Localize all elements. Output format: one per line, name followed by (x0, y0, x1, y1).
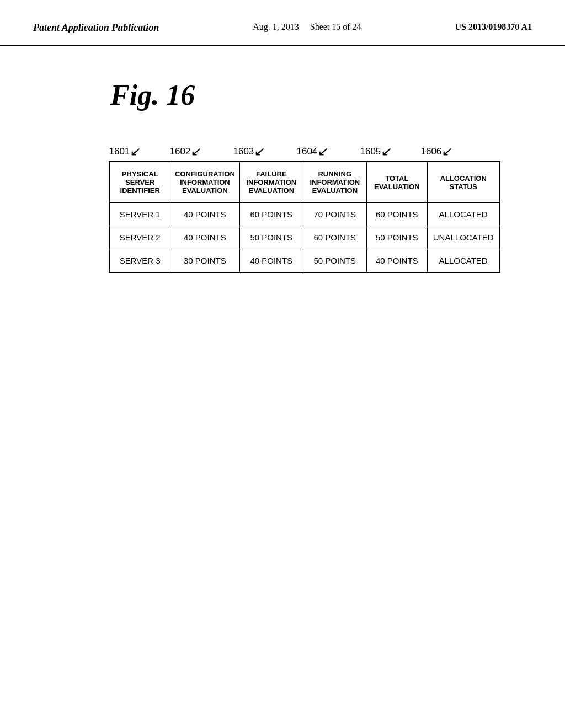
ref-label-1601: 1601↙ (109, 144, 169, 159)
publication-title: Patent Application Publication (33, 22, 159, 34)
server-1-running: 70 POINTS (303, 203, 366, 226)
ref-spacer-2: 1602↙ (169, 144, 233, 159)
server-1-config: 40 POINTS (170, 203, 239, 226)
server-3-config: 30 POINTS (170, 249, 239, 273)
server-2-alloc: UNALLOCATED (427, 226, 499, 249)
col-header-config: CONFIGURATION INFORMATION EVALUATION (170, 162, 239, 203)
server-3-failure: 40 POINTS (239, 249, 303, 273)
data-table: PHYSICAL SERVER IDENTIFIER CONFIGURATION… (109, 161, 500, 273)
ref-spacer-3: 1603↙ (233, 144, 296, 159)
server-3-name: SERVER 3 (109, 249, 170, 273)
server-2-running: 60 POINTS (303, 226, 366, 249)
server-1-failure: 60 POINTS (239, 203, 303, 226)
ref-spacer-6: 1606↙ (420, 144, 487, 159)
server-3-alloc: ALLOCATED (427, 249, 499, 273)
server-1-total: 60 POINTS (366, 203, 427, 226)
server-2-failure: 50 POINTS (239, 226, 303, 249)
col-header-running: RUNNING INFORMATION EVALUATION (303, 162, 366, 203)
col-header-server: PHYSICAL SERVER IDENTIFIER (109, 162, 170, 203)
server-2-name: SERVER 2 (109, 226, 170, 249)
ref-label-1606: 1606↙ (420, 144, 487, 159)
ref-label-1604: 1604↙ (296, 144, 360, 159)
ref-label-1605: 1605↙ (360, 144, 420, 159)
publication-date-sheet: Aug. 1, 2013 Sheet 15 of 24 (253, 22, 361, 32)
publication-date: Aug. 1, 2013 (253, 22, 299, 31)
ref-spacer: 1601↙ (109, 144, 169, 159)
sheet-info: Sheet 15 of 24 (310, 22, 361, 31)
server-1-name: SERVER 1 (109, 203, 170, 226)
col-header-alloc: ALLOCATION STATUS (427, 162, 499, 203)
col-header-failure: FAILURE INFORMATION EVALUATION (239, 162, 303, 203)
ref-spacer-5: 1605↙ (360, 144, 420, 159)
ref-label-1602: 1602↙ (169, 144, 233, 159)
table-row: SERVER 3 30 POINTS 40 POINTS 50 POINTS 4… (109, 249, 499, 273)
page-header: Patent Application Publication Aug. 1, 2… (0, 0, 565, 46)
server-3-running: 50 POINTS (303, 249, 366, 273)
ref-labels-row: 1601↙ 1602↙ 1603↙ 1604↙ 1605↙ (109, 144, 500, 159)
table-row: SERVER 1 40 POINTS 60 POINTS 70 POINTS 6… (109, 203, 499, 226)
table-row: SERVER 2 40 POINTS 50 POINTS 60 POINTS 5… (109, 226, 499, 249)
ref-spacer-4: 1604↙ (296, 144, 360, 159)
table-container: 1601↙ 1602↙ 1603↙ 1604↙ 1605↙ (109, 144, 500, 273)
col-header-total: TOTAL EVALUATION (366, 162, 427, 203)
figure-label: Fig. 16 (110, 79, 195, 111)
patent-number: US 2013/0198370 A1 (455, 22, 532, 32)
server-2-total: 50 POINTS (366, 226, 427, 249)
server-1-alloc: ALLOCATED (427, 203, 499, 226)
server-3-total: 40 POINTS (366, 249, 427, 273)
server-2-config: 40 POINTS (170, 226, 239, 249)
ref-label-1603: 1603↙ (233, 144, 296, 159)
page-content: Fig. 16 1601↙ 1602↙ 1603↙ 1604↙ (0, 46, 565, 306)
table-header-row: PHYSICAL SERVER IDENTIFIER CONFIGURATION… (109, 162, 499, 203)
